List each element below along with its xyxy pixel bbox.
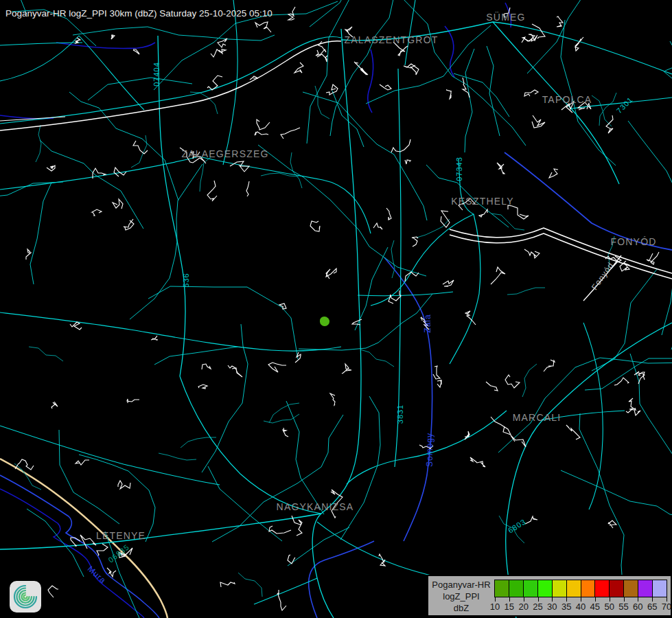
dark-river-layer [0,3,511,618]
legend-tick-label: 65 [647,602,657,612]
legend-color-cell [653,580,667,597]
legend-color-cell [581,580,596,597]
legend-tick-label: 20 [518,602,528,612]
legend-tick-label: 40 [576,602,586,612]
radar-provider-logo [10,581,41,613]
stream-layer [14,86,616,597]
legend-unit: dbZ [428,602,494,614]
product-title: Poganyvar-HR logZ_PPI 30km (dbZ) Saturda… [5,8,273,19]
radar-map [0,0,672,618]
legend-tick-label: 50 [604,602,614,612]
road-label-3831: 3831 [396,404,404,424]
city-label-keszthely: KESZTHELY [451,196,513,207]
legend-color-cell [595,580,610,597]
legend-tick-label: 15 [505,602,514,612]
road-label-536: 536 [182,273,190,287]
radar-image: Poganyvar-HR logZ_PPI 30km (dbZ) Saturda… [0,0,672,618]
legend-tick-label: 45 [590,602,600,612]
legend-tick-labels: 10152025303540455055606570 [494,602,667,613]
legend-tick-label: 60 [633,602,642,612]
legend-tick-label: 70 [662,602,671,612]
legend-tick-label: 35 [561,602,571,612]
legend-color-cell [624,580,638,597]
river-label-zala: Zala [423,314,432,332]
legend-color-cell [638,580,653,597]
legend-site-name: Poganyvar-HR [428,579,494,591]
legend-product-label: Poganyvar-HR logZ_PPI dbZ [428,576,494,615]
legend-product-name: logZ_PPI [428,591,494,602]
legend-cells [494,580,667,597]
legend-tick-label: 30 [547,602,557,612]
legend-color-cell [509,580,524,597]
river-label-somogy: Somogy [425,433,435,467]
legend-scale: 10152025303540455055606570 [494,576,671,615]
city-label-nagykanizsa: NAGYKANIZSA [277,501,354,512]
river-layer [0,152,672,618]
city-label-marcali: MARCALI [513,412,561,423]
minor-road-layer [0,0,672,618]
city-label-fonyod: FONYÓD [610,236,656,247]
road-label-07343: 07343 [455,157,463,181]
legend-color-cell [567,580,581,597]
spiral-icon [12,584,38,610]
road-label-07404: 07404 [152,62,161,87]
city-label-sumeg: SÜMEG [486,12,525,23]
legend-color-cell [495,580,509,597]
city-label-zalaszentgrot: ZALASZENTGRÓT [345,34,439,45]
radar-echo [320,317,329,326]
legend-color-cell [538,580,553,597]
legend-color-cell [524,580,538,597]
legend-color-cell [553,580,567,597]
city-label-letenye: LETENYE [96,530,146,541]
legend-color-cell [610,580,624,597]
legend-tick-label: 10 [490,602,500,612]
major-white-road-layer [0,41,672,301]
legend-tick-label: 55 [618,602,628,612]
city-label-zalaegerszeg: ZALAEGERSZEG [181,148,268,159]
legend-tick-label: 25 [533,602,542,612]
radar-legend: Poganyvar-HR logZ_PPI dbZ 10152025303540… [427,575,672,617]
city-label-tapolca: TAPOLCA [542,94,592,105]
